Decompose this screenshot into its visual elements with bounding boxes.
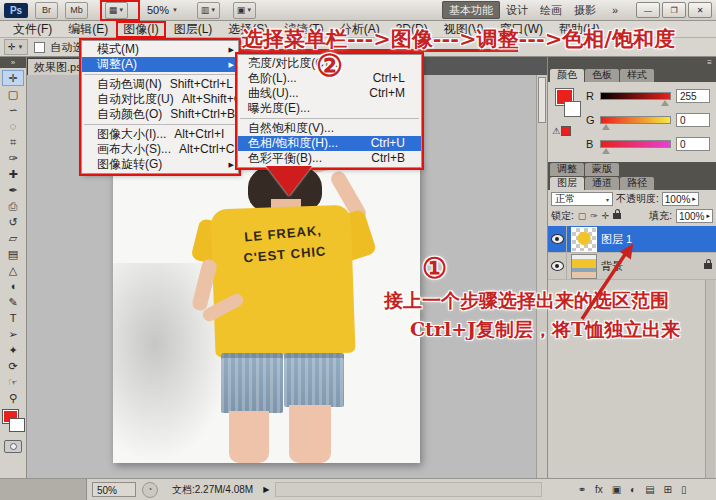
auto-select-checkbox[interactable] (34, 42, 45, 53)
submenu-item-curves[interactable]: 曲线(U)... Ctrl+M (238, 86, 421, 101)
menu-layer[interactable]: 图层(L) (166, 21, 221, 38)
adjustment-layer-icon[interactable]: ◐ (630, 484, 636, 495)
mini-bridge-icon[interactable]: Mb (65, 2, 88, 19)
menu-item-image-size[interactable]: 图像大小(I)... Alt+Ctrl+I (82, 127, 238, 142)
layer-style-icon[interactable]: fx (595, 484, 603, 495)
scrollbar-thumb[interactable] (538, 77, 546, 123)
tab-styles[interactable]: 样式 (620, 69, 654, 82)
channel-slider[interactable] (600, 116, 671, 124)
background-color-swatch[interactable] (564, 101, 581, 117)
layer-mask-icon[interactable]: ▣ (612, 484, 621, 495)
workspace-tab-essentials[interactable]: 基本功能 (442, 1, 500, 19)
channel-slider[interactable] (600, 140, 671, 148)
brush-tool[interactable]: ✒ (2, 182, 24, 198)
delete-layer-icon[interactable]: ▯ (681, 484, 687, 495)
gamut-warning[interactable]: ⚠ (552, 126, 571, 136)
tab-masks-panel[interactable]: 蒙版 (585, 163, 619, 176)
tab-layers[interactable]: 图层 (550, 177, 584, 190)
history-brush-tool[interactable]: ↺ (2, 214, 24, 230)
status-clock-icon[interactable]: ◔ (142, 482, 158, 498)
dodge-tool[interactable]: ◖ (2, 278, 24, 294)
submenu-item-color-balance[interactable]: 色彩平衡(B)... Ctrl+B (238, 151, 421, 166)
spin-arrow-icon: ▸ (692, 195, 696, 203)
quick-mask-button[interactable] (4, 440, 22, 453)
submenu-item-hue-saturation[interactable]: 色相/饱和度(H)... Ctrl+U (238, 136, 421, 151)
channel-value-field[interactable]: 0 (676, 113, 710, 127)
workspace-tab-design[interactable]: 设计 (500, 2, 534, 18)
workspace-tab-painting[interactable]: 绘画 (534, 2, 568, 18)
channel-value-field[interactable]: 255 (676, 89, 710, 103)
layer-group-icon[interactable]: ▤ (645, 484, 654, 495)
opacity-field[interactable]: 100% ▸ (662, 192, 699, 206)
channel-red: R 255 (586, 84, 710, 108)
blur-tool[interactable]: △ (2, 262, 24, 278)
menu-item-auto-contrast[interactable]: 自动对比度(U) Alt+Shift+Ctrl+L (82, 92, 238, 107)
menu-image[interactable]: 图像(I) (116, 21, 165, 38)
close-button[interactable]: ✕ (688, 2, 712, 18)
link-layers-icon[interactable]: ⚭ (577, 484, 585, 495)
channel-slider[interactable] (600, 92, 671, 100)
menu-item-adjustments[interactable]: 调整(A) ▶ (82, 57, 238, 72)
submenu-item-vibrance[interactable]: 自然饱和度(V)... (238, 121, 421, 136)
arrange-documents-icon[interactable]: ▥ ▼ (197, 2, 220, 19)
lock-position-icon[interactable]: ✛ (602, 211, 610, 221)
slider-thumb-icon[interactable] (661, 100, 669, 106)
toolbox-collapse-icon[interactable]: » (0, 57, 26, 68)
tab-channels[interactable]: 通道 (585, 177, 619, 190)
menu-item-canvas-size[interactable]: 画布大小(S)... Alt+Ctrl+C (82, 142, 238, 157)
tab-adjustments-panel[interactable]: 调整 (550, 163, 584, 176)
panel-dock-collapse-icon[interactable]: ≡ (548, 57, 716, 68)
menu-edit[interactable]: 编辑(E) (60, 21, 116, 38)
3d-rotate-tool[interactable]: ⟳ (2, 358, 24, 374)
gradient-tool[interactable]: ▤ (2, 246, 24, 262)
status-zoom-field[interactable]: 50% (92, 482, 136, 497)
path-selection-tool[interactable]: ➢ (2, 326, 24, 342)
lock-all-icon[interactable] (613, 213, 621, 219)
status-options-arrow-icon[interactable]: ▶ (263, 485, 269, 494)
eyedropper-tool[interactable]: ✑ (2, 150, 24, 166)
screen-mode-icon[interactable]: ▣ ▼ (233, 2, 256, 19)
panel-scrollbar[interactable] (705, 280, 715, 478)
menu-item-auto-tone[interactable]: 自动色调(N) Shift+Ctrl+L (82, 77, 238, 92)
lock-transparent-icon[interactable]: ▢ (578, 211, 587, 221)
canvas-vertical-scrollbar[interactable] (536, 75, 547, 478)
tab-paths[interactable]: 路径 (620, 177, 654, 190)
fill-field[interactable]: 100% ▸ (676, 209, 713, 223)
channel-value-field[interactable]: 0 (676, 137, 710, 151)
restore-button[interactable]: ❐ (662, 2, 686, 18)
tab-swatches[interactable]: 色板 (585, 69, 619, 82)
lock-image-icon[interactable]: ✑ (590, 211, 598, 221)
view-extras-icon[interactable]: ▦ ▼ (105, 2, 128, 19)
menu-item-mode[interactable]: 模式(M) ▶ (82, 42, 238, 57)
workspace-tab-photography[interactable]: 摄影 (568, 2, 602, 18)
slider-thumb-icon[interactable] (602, 124, 610, 130)
status-spacer (275, 482, 542, 497)
eraser-tool[interactable]: ▱ (2, 230, 24, 246)
move-tool[interactable]: ✛ (2, 70, 24, 86)
background-color-swatch[interactable] (9, 418, 25, 432)
minimize-button[interactable]: — (636, 2, 660, 18)
marquee-tool[interactable]: ▢ (2, 86, 24, 102)
slider-thumb-icon[interactable] (602, 148, 610, 154)
quick-selection-tool[interactable]: ◌ (2, 118, 24, 134)
submenu-item-exposure[interactable]: 曝光度(E)... (238, 101, 421, 116)
blend-mode-select[interactable]: 正常 ▾ (551, 192, 613, 206)
menu-file[interactable]: 文件(F) (5, 21, 60, 38)
new-layer-icon[interactable]: ⊞ (664, 484, 672, 495)
zoom-tool[interactable]: ⚲ (2, 390, 24, 406)
healing-brush-tool[interactable]: ✚ (2, 166, 24, 182)
clone-stamp-tool[interactable]: ⎙ (2, 198, 24, 214)
zoom-level-control[interactable]: 50% ▼ (147, 4, 178, 16)
pen-tool[interactable]: ✎ (2, 294, 24, 310)
menu-item-image-rotation[interactable]: 图像旋转(G) ▶ (82, 157, 238, 172)
bridge-launcher-icon[interactable]: Br (35, 2, 58, 19)
menu-item-auto-color[interactable]: 自动颜色(O) Shift+Ctrl+B (82, 107, 238, 122)
lasso-tool[interactable]: ∽ (2, 102, 24, 118)
active-tool-preset[interactable]: ✛ ▼ (4, 39, 28, 55)
workspace-overflow-icon[interactable]: » (612, 4, 618, 16)
type-tool[interactable]: T (2, 310, 24, 326)
tab-color[interactable]: 颜色 (550, 69, 584, 82)
crop-tool[interactable]: ⌗ (2, 134, 24, 150)
hand-tool[interactable]: ☞ (2, 374, 24, 390)
custom-shape-tool[interactable]: ✦ (2, 342, 24, 358)
